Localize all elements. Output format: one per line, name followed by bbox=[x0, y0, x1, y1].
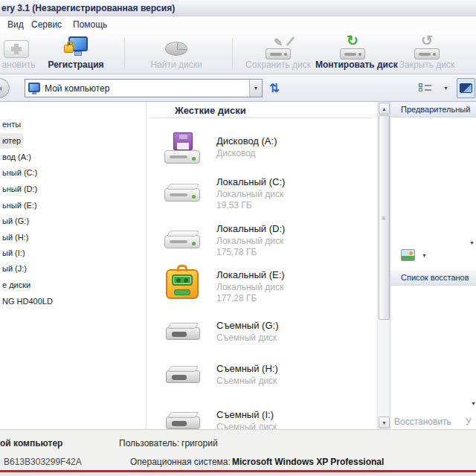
window-title: ery 3.1 (Незарегистрированная версия) bbox=[1, 3, 175, 13]
floppy-drive-icon bbox=[163, 134, 203, 168]
header-divider bbox=[149, 118, 373, 118]
drive-item-d[interactable]: Локальный (D:) Локальный диск 175,78 ГБ bbox=[155, 222, 371, 260]
image-options-caret-icon[interactable]: ▼ bbox=[422, 253, 427, 258]
save-disk-button[interactable]: ✎ Сохранить диск bbox=[241, 34, 315, 71]
drive-list-scrollbar[interactable]: ▲ ▼ bbox=[377, 102, 390, 429]
tree-item-drive-e[interactable]: ьный (E:) bbox=[0, 198, 39, 213]
disk-mount-arrow-icon: ↻ bbox=[338, 36, 367, 61]
banner-pink-strip bbox=[0, 472, 476, 476]
drive-item-e[interactable]: Локальный (E:) Локальный диск 177,28 ГБ bbox=[155, 268, 371, 306]
status-computer: ой компьютер bbox=[0, 438, 62, 448]
computer-icon bbox=[28, 83, 40, 92]
removable-disk-icon bbox=[163, 318, 203, 353]
toolbar-separator bbox=[124, 38, 125, 69]
close-disk-button[interactable]: ↺ Закрыть диск bbox=[390, 34, 464, 71]
title-bar: ery 3.1 (Незарегистрированная версия) bbox=[0, 0, 476, 16]
preview-collapse-caret-icon[interactable]: ▼ bbox=[469, 240, 475, 245]
restore-list-button[interactable]: Восстановить bbox=[394, 416, 451, 427]
toolbar-separator bbox=[232, 38, 233, 69]
delete-list-button[interactable]: У bbox=[466, 416, 472, 427]
drive-item-g[interactable]: Съемный (G:) Съемный диск bbox=[155, 318, 371, 351]
status-bar: ой компьютер Пользователь: григорий B613… bbox=[0, 429, 476, 470]
disk-pie-icon bbox=[161, 36, 191, 61]
find-disks-button[interactable]: Найти диски bbox=[146, 34, 207, 71]
scrollbar-thumb[interactable] bbox=[379, 115, 390, 320]
tree-item-drive-h[interactable]: ый (H:) bbox=[0, 230, 30, 245]
image-preview-icon[interactable] bbox=[401, 249, 415, 261]
registration-button[interactable]: Регистрация bbox=[43, 34, 109, 71]
local-disk-icon bbox=[163, 175, 203, 209]
toolbar: ановить Регистрация Найти диски ✎ Сохран… bbox=[0, 32, 476, 74]
drive-list-panel: Жесткие диски Дисковод (A:) Дисковод Лок… bbox=[147, 102, 377, 429]
tree-item-samsung-hd400ld[interactable]: NG HD400LD bbox=[0, 294, 55, 309]
address-bar-row: ◂ Мой компьютер ▼ ⇅ ▼ bbox=[0, 74, 476, 102]
combobox-dropdown-button[interactable]: ▼ bbox=[249, 80, 262, 97]
drive-item-a[interactable]: Дисковод (A:) Дисковод bbox=[155, 134, 371, 167]
tree-item-drive-j[interactable]: ый (J:) bbox=[0, 261, 29, 276]
scroll-up-icon[interactable]: ▲ bbox=[379, 103, 390, 115]
status-user-label: Пользователь: bbox=[119, 438, 179, 448]
view-mode-caret-icon[interactable]: ▼ bbox=[443, 86, 448, 91]
menu-view[interactable]: Вид bbox=[4, 19, 27, 30]
status-os-label: Операционная система: bbox=[130, 457, 231, 467]
drive-item-c[interactable]: Локальный (C:) Локальный диск 19,53 ГБ bbox=[155, 175, 371, 213]
disk-pencil-icon: ✎ bbox=[263, 36, 293, 61]
menu-bar: Вид Сервис Помощь bbox=[0, 16, 476, 32]
status-serial: B613B303299F42A bbox=[4, 457, 82, 467]
tree-item-my-computer[interactable]: ютер bbox=[0, 133, 23, 148]
preview-panel-toggle[interactable] bbox=[457, 78, 475, 98]
refresh-button[interactable]: ⇅ bbox=[266, 80, 283, 97]
tree-item-physical-disks[interactable]: е диски bbox=[0, 277, 33, 292]
preview-header: Предварительный bbox=[390, 102, 476, 118]
tree-item-drive-i[interactable]: ый (I:) bbox=[0, 245, 28, 260]
tree-item-drive-a[interactable]: вод (A:) bbox=[0, 149, 33, 164]
monitor-lock-icon bbox=[61, 36, 91, 61]
menu-help[interactable]: Помощь bbox=[70, 19, 110, 30]
scroll-down-icon[interactable]: ▼ bbox=[379, 416, 390, 428]
app-logo-disk-icon bbox=[163, 268, 203, 302]
drive-list-header: Жесткие диски bbox=[175, 105, 246, 116]
status-user-value: григорий bbox=[181, 438, 218, 448]
drive-item-h[interactable]: Съемный (H:) Съемный диск bbox=[155, 361, 371, 394]
removable-disk-icon bbox=[163, 361, 203, 396]
back-button[interactable]: ◂ bbox=[0, 78, 10, 98]
view-mode-button[interactable] bbox=[414, 80, 436, 97]
menu-service[interactable]: Сервис bbox=[28, 19, 65, 30]
folder-tree: енты ютер вод (A:) ьный (C:) ьный (D:) ь… bbox=[0, 102, 146, 429]
first-aid-kit-icon bbox=[4, 36, 33, 61]
disk-close-arrow-icon: ↺ bbox=[412, 36, 442, 61]
list-options-caret-icon[interactable]: ▼ bbox=[471, 401, 476, 406]
view-list-icon bbox=[414, 83, 436, 91]
location-value: Мой компьютер bbox=[45, 83, 109, 94]
tree-item-drive-g[interactable]: ый (G:) bbox=[0, 213, 31, 228]
recovery-list-header: Список восстанов bbox=[390, 270, 476, 286]
tree-item-documents[interactable]: енты bbox=[0, 117, 23, 132]
preview-panel-icon bbox=[460, 83, 472, 93]
work-area: енты ютер вод (A:) ьный (C:) ьный (D:) ь… bbox=[0, 102, 476, 429]
preview-panel: Предварительный ▼ ▼ Список восстанов ▼ В… bbox=[390, 102, 476, 429]
tree-item-drive-c[interactable]: ьный (C:) bbox=[0, 165, 39, 180]
mount-disk-button[interactable]: ↻ Монтировать диск bbox=[315, 34, 390, 71]
status-os-value: Microsoft Windows XP Professional bbox=[232, 457, 384, 467]
location-combobox[interactable]: Мой компьютер ▼ bbox=[25, 79, 263, 97]
tree-item-drive-d[interactable]: ьный (D:) bbox=[0, 181, 39, 196]
local-disk-icon bbox=[163, 222, 203, 256]
